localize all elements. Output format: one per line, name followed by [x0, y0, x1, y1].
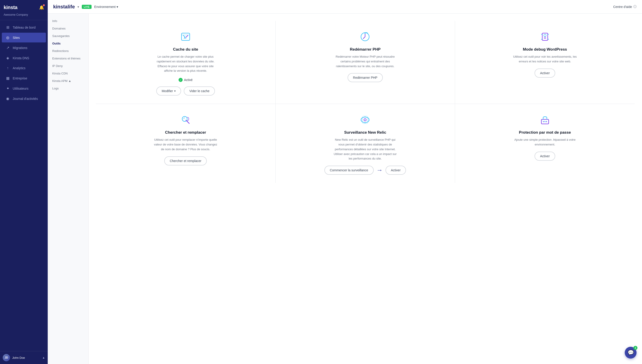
sub-nav: InfoDomainesSauvegardesOutilsRedirection… — [48, 14, 89, 364]
chat-icon: 💬 — [628, 350, 634, 356]
tool-actions-debug: Activer — [535, 68, 555, 78]
tool-actions-new-relic: Commencer la surveillance→Activer — [325, 166, 406, 175]
sidebar-item-sites[interactable]: ◎ Sites — [2, 33, 46, 42]
sidebar: kinsta 🔔 Awesome Company ⊞ Tableau de bo… — [0, 0, 48, 364]
chat-badge: 2 — [633, 346, 637, 350]
help-icon[interactable]: ⓘ — [633, 5, 636, 9]
sidebar-item-entreprise[interactable]: ▦ Entreprise — [2, 73, 46, 83]
user-menu-toggle[interactable]: ▲ — [42, 356, 45, 359]
nav-label-analytics: Analytics — [13, 66, 26, 70]
user-info: JD John Doe — [3, 354, 25, 361]
env-selector[interactable]: Environnement ▾ — [94, 5, 118, 8]
tool-status-cache: ✓ Activé — [179, 78, 193, 82]
tool-actions-password: Activer — [535, 152, 555, 161]
tool-actions-chercher: Chercher et remplacer — [164, 156, 207, 166]
sidebar-item-kinsta-dns[interactable]: ◈ Kinsta DNS — [2, 53, 46, 63]
sidebar-item-migrations[interactable]: ↗ Migrations — [2, 43, 46, 53]
tool-card-password: Protection par mot de passe Ajoute une s… — [455, 104, 635, 183]
nav-label-journal: Journal d'activités — [13, 97, 38, 100]
btn-activer-password[interactable]: Activer — [386, 166, 406, 175]
env-label: Environnement — [94, 5, 116, 8]
sub-nav-item-outils[interactable]: Outils — [48, 40, 88, 47]
tools-content: Cache du site Le cache permet de charger… — [89, 14, 642, 364]
nav-icon-kinsta-dns: ◈ — [6, 56, 10, 60]
notification-bell[interactable]: 🔔 — [39, 5, 44, 10]
avatar: JD — [3, 354, 10, 361]
tool-icon-debug — [538, 30, 552, 44]
sub-nav-item-kinsta-apm[interactable]: Kinsta APM ▲ — [48, 77, 88, 85]
nav-icon-entreprise: ▦ — [6, 76, 10, 80]
tool-card-php: Redémarrer PHP Redémarrer votre Moteur P… — [275, 21, 455, 104]
company-name: Awesome Company — [0, 13, 48, 20]
content-area: InfoDomainesSauvegardesOutilsRedirection… — [48, 14, 642, 364]
live-badge: LIVE — [82, 5, 91, 9]
tool-icon-new-relic — [358, 113, 372, 127]
status-dot: ✓ — [179, 78, 183, 82]
tool-card-debug: Mode debug WordPress Utilisez cet outil … — [455, 21, 635, 104]
status-label: Activé — [184, 78, 193, 82]
sidebar-header: kinsta 🔔 — [0, 0, 48, 13]
nav-icon-tableau: ⊞ — [6, 25, 10, 30]
sub-nav-item-sauvegardes[interactable]: Sauvegardes — [48, 32, 88, 40]
sub-nav-item-kinsta-cdn[interactable]: Kinsta CDN — [48, 70, 88, 77]
btn-commencer[interactable]: Commencer la surveillance — [325, 166, 374, 175]
tool-desc-debug: Utilisez cet outil pour voir les avertis… — [513, 54, 577, 64]
tool-title-new-relic: Surveillance New Relic — [344, 130, 386, 135]
tool-icon-cache — [179, 30, 192, 44]
btn-activer-debug[interactable]: Activer — [535, 68, 555, 78]
nav-icon-migrations: ↗ — [6, 46, 10, 50]
btn-activer-password[interactable]: Activer — [535, 152, 555, 161]
svg-point-9 — [361, 115, 370, 125]
topbar: kinstalife ▾ LIVE Environnement ▾ Centre… — [48, 0, 642, 14]
nav-icon-journal: ◉ — [6, 96, 10, 101]
tool-title-password: Protection par mot de passe — [519, 130, 571, 135]
tool-desc-new-relic: New Relic est un outil de surveillance P… — [333, 138, 397, 161]
svg-point-7 — [364, 119, 366, 121]
site-dropdown-arrow[interactable]: ▾ — [78, 5, 79, 8]
nav-label-kinsta-dns: Kinsta DNS — [13, 56, 29, 60]
avatar-initials: JD — [5, 356, 8, 359]
tool-title-chercher: Chercher et remplacer — [165, 130, 206, 135]
sidebar-item-analytics[interactable]: ↑ Analytics — [2, 63, 46, 73]
tool-card-cache: Cache du site Le cache permet de charger… — [96, 21, 275, 104]
sub-nav-item-info[interactable]: Info — [48, 17, 88, 25]
help-label: Centre d'aide — [613, 5, 632, 8]
notification-dot — [43, 4, 45, 6]
nav-icon-utilisateurs: ✦ — [6, 86, 10, 90]
sub-nav-item-logs[interactable]: Logs — [48, 85, 88, 92]
nav-icon-analytics: ↑ — [6, 66, 10, 70]
tool-title-cache: Cache du site — [173, 47, 198, 52]
sub-nav-item-extensions[interactable]: Extensions et thèmes — [48, 55, 88, 62]
tool-desc-php: Redémarrer votre Moteur PHP peut résoudr… — [333, 54, 397, 68]
sub-nav-item-ip-deny[interactable]: IP Deny — [48, 62, 88, 70]
sidebar-divider — [0, 20, 48, 20]
tool-title-php: Redémarrer PHP — [350, 47, 381, 52]
logo: kinsta — [4, 4, 18, 10]
tool-desc-cache: Le cache permet de charger votre site pl… — [154, 54, 217, 73]
nav-label-migrations: Migrations — [13, 46, 28, 50]
btn-modifier[interactable]: Modifier ▾ — [156, 86, 181, 96]
nav-label-utilisateurs: Utilisateurs — [13, 87, 28, 90]
chat-button[interactable]: 💬 2 — [625, 347, 636, 358]
nav-label-entreprise: Entreprise — [13, 76, 27, 80]
topbar-right: Centre d'aide ⓘ — [613, 5, 636, 9]
btn-redemarrer[interactable]: Redémarrer PHP — [348, 73, 383, 82]
sidebar-item-journal[interactable]: ◉ Journal d'activités — [2, 94, 46, 104]
sub-nav-item-redirections[interactable]: Redirections — [48, 47, 88, 55]
sidebar-item-utilisateurs[interactable]: ✦ Utilisateurs — [2, 84, 46, 93]
tool-desc-password: Ajoute une simple protection .htpasswd à… — [513, 138, 577, 147]
tool-desc-chercher: Utilisez cet outil pour remplacer n'impo… — [154, 138, 217, 152]
btn-chercher-btn[interactable]: Chercher et remplacer — [164, 156, 207, 166]
arrow-indicator: → — [377, 166, 383, 175]
tool-icon-password — [538, 113, 552, 127]
env-dropdown-arrow: ▾ — [117, 5, 118, 8]
sub-nav-item-domaines[interactable]: Domaines — [48, 25, 88, 32]
tool-actions-php: Redémarrer PHP — [348, 73, 383, 82]
sidebar-item-tableau[interactable]: ⊞ Tableau de bord — [2, 22, 46, 32]
tool-card-new-relic: Surveillance New Relic New Relic est un … — [275, 104, 455, 183]
sidebar-nav: ⊞ Tableau de bord ◎ Sites ↗ Migrations ◈… — [0, 22, 48, 351]
dropdown-arrow: ▾ — [174, 90, 176, 92]
svg-rect-0 — [181, 33, 190, 40]
tool-card-chercher: Chercher et remplacer Utilisez cet outil… — [96, 104, 275, 183]
btn-vider[interactable]: Vider le cache — [184, 86, 215, 96]
